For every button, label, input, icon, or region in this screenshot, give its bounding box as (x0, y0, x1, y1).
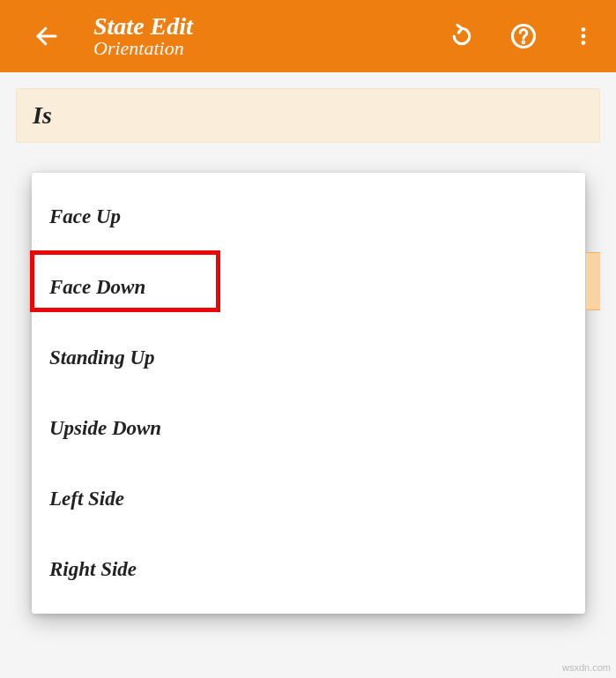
back-button[interactable] (26, 16, 67, 56)
overflow-menu-button[interactable] (567, 19, 600, 53)
page-title: State Edit (93, 13, 443, 41)
option-left-side[interactable]: Left Side (32, 464, 585, 534)
option-standing-up[interactable]: Standing Up (32, 323, 585, 393)
app-bar: State Edit Orientation (0, 0, 616, 72)
option-face-up[interactable]: Face Up (32, 182, 585, 252)
more-vert-icon (572, 25, 595, 48)
title-block: State Edit Orientation (93, 13, 443, 60)
page-subtitle: Orientation (93, 38, 443, 59)
content-area: Is (0, 72, 616, 143)
options-dropdown: Face Up Face Down Standing Up Upside Dow… (32, 173, 585, 614)
svg-point-3 (582, 27, 586, 32)
option-right-side[interactable]: Right Side (32, 534, 585, 605)
option-upside-down[interactable]: Upside Down (32, 393, 585, 464)
section-label: Is (33, 101, 52, 129)
undo-icon (449, 23, 475, 49)
section-header[interactable]: Is (16, 88, 600, 143)
option-face-down[interactable]: Face Down (32, 252, 585, 323)
undo-button[interactable] (443, 18, 480, 55)
svg-point-5 (582, 41, 586, 45)
background-row-edge (586, 252, 600, 310)
help-icon (510, 23, 537, 49)
help-button[interactable] (505, 18, 542, 55)
action-bar (443, 18, 600, 55)
svg-point-4 (582, 34, 586, 39)
watermark: wsxdn.com (562, 662, 611, 673)
arrow-back-icon (33, 23, 60, 49)
svg-point-2 (523, 41, 524, 43)
